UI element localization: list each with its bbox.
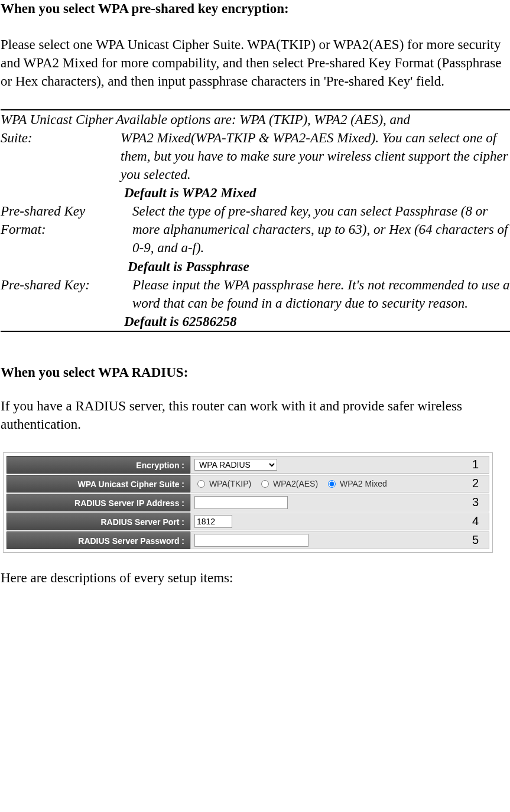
- panel-label-radius-pw: RADIUS Server Password :: [7, 531, 190, 549]
- row-num-1: 1: [472, 458, 479, 471]
- radio-mixed[interactable]: [328, 480, 336, 488]
- panel-label-radius-port: RADIUS Server Port :: [7, 513, 190, 530]
- param-label-format: Pre-shared Key Format:: [1, 202, 116, 239]
- row-num-4: 4: [472, 514, 479, 528]
- panel-body-cipher: WPA(TKIP) WPA2(AES) WPA2 Mixed: [190, 475, 489, 493]
- param-label-key: Pre-shared Key:: [1, 276, 116, 294]
- radio-mixed-label: WPA2 Mixed: [340, 479, 387, 488]
- radio-option-mixed[interactable]: WPA2 Mixed: [325, 478, 387, 488]
- radius-port-input[interactable]: [194, 515, 232, 528]
- panel-body-encryption: WPA RADIUS: [190, 456, 489, 474]
- radio-option-aes[interactable]: WPA2(AES): [258, 478, 318, 488]
- panel-row-radius-pw: RADIUS Server Password : 5: [7, 531, 489, 549]
- param-row-key: Pre-shared Key: Please input the WPA pas…: [1, 276, 510, 331]
- radio-aes-label: WPA2(AES): [273, 479, 318, 488]
- param-default-key: Default is 62586258: [124, 312, 510, 331]
- param-desc-key: Please input the WPA passphrase here. It…: [116, 276, 510, 331]
- param-row-cipher: WPA Unicast Cipher Suite: Available opti…: [1, 110, 510, 202]
- wpa-radius-intro: If you have a RADIUS server, this router…: [1, 397, 510, 433]
- radius-settings-panel: Encryption : WPA RADIUS 1 WPA Unicast Ci…: [3, 452, 493, 553]
- param-label-cipher: WPA Unicast Cipher Suite:: [1, 110, 116, 147]
- wpa-psk-heading: When you select WPA pre-shared key encry…: [1, 1, 510, 17]
- param-desc-format-text: Select the type of pre-shared key, you c…: [116, 202, 510, 257]
- panel-body-radius-pw: [190, 531, 489, 549]
- param-desc-cipher: Available options are: WPA (TKIP), WPA2 …: [116, 110, 510, 202]
- param-desc-key-text: Please input the WPA passphrase here. It…: [116, 276, 510, 312]
- radius-ip-input[interactable]: [194, 496, 288, 509]
- radio-tkip[interactable]: [197, 480, 205, 488]
- row-num-2: 2: [472, 477, 479, 490]
- panel-label-encryption: Encryption :: [7, 456, 190, 474]
- panel-body-radius-port: [190, 513, 489, 530]
- panel-label-radius-ip: RADIUS Server IP Address :: [7, 494, 190, 511]
- radio-option-tkip[interactable]: WPA(TKIP): [194, 478, 251, 488]
- encryption-select[interactable]: WPA RADIUS: [194, 459, 277, 471]
- param-desc-cipher-line1: Available options are: WPA (TKIP), WPA2 …: [116, 112, 410, 127]
- wpa-psk-intro: Please select one WPA Unicast Cipher Sui…: [1, 35, 510, 90]
- param-default-format: Default is Passphrase: [128, 257, 510, 276]
- panel-body-radius-ip: [190, 494, 489, 511]
- radio-aes[interactable]: [261, 480, 269, 488]
- wpa-psk-param-table: WPA Unicast Cipher Suite: Available opti…: [1, 109, 510, 332]
- radius-password-input[interactable]: [194, 534, 308, 547]
- row-num-5: 5: [472, 533, 479, 547]
- panel-label-cipher: WPA Unicast Cipher Suite :: [7, 475, 190, 493]
- panel-row-cipher: WPA Unicast Cipher Suite : WPA(TKIP) WPA…: [7, 475, 489, 493]
- param-default-cipher: Default is WPA2 Mixed: [124, 184, 510, 202]
- row-num-3: 3: [472, 495, 479, 509]
- closing-text: Here are descriptions of every setup ite…: [1, 570, 510, 586]
- param-row-format: Pre-shared Key Format: Select the type o…: [1, 202, 510, 275]
- panel-row-encryption: Encryption : WPA RADIUS 1: [7, 456, 489, 474]
- panel-row-radius-port: RADIUS Server Port : 4: [7, 513, 489, 530]
- param-desc-cipher-rest: WPA2 Mixed(WPA-TKIP & WPA2-AES Mixed). Y…: [116, 129, 510, 184]
- radio-tkip-label: WPA(TKIP): [209, 479, 251, 488]
- param-desc-format: Select the type of pre-shared key, you c…: [116, 202, 510, 275]
- wpa-radius-heading: When you select WPA RADIUS:: [1, 365, 510, 380]
- panel-row-radius-ip: RADIUS Server IP Address : 3: [7, 494, 489, 511]
